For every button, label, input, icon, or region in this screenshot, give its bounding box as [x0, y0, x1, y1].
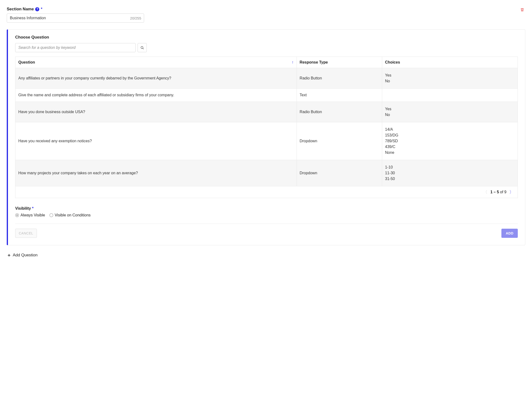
- add-question-link[interactable]: ＋ Add Question: [7, 252, 525, 258]
- question-cell: Have you received any exemption notices?: [15, 122, 297, 160]
- pagination-text: 1 – 5 of 9: [490, 190, 506, 194]
- choose-question-label: Choose Question: [15, 35, 518, 40]
- page-next-icon[interactable]: 〉: [509, 189, 514, 195]
- char-count: 20/255: [130, 16, 141, 20]
- choices-cell: 1-1011-3031-50: [382, 160, 518, 186]
- column-header-choices[interactable]: Choices: [382, 57, 518, 68]
- response-type-cell: Radio Button: [297, 102, 382, 122]
- sort-asc-icon[interactable]: ↑: [292, 60, 294, 65]
- required-star-icon: *: [41, 7, 42, 11]
- question-cell: Give the name and complete address of ea…: [15, 89, 297, 102]
- radio-checked-icon: [15, 213, 19, 217]
- question-panel: Choose Question Question ↑ Response Type…: [7, 29, 525, 245]
- delete-icon[interactable]: [519, 7, 525, 13]
- choices-cell: 14/A153/DG789/SD439/CNone: [382, 122, 518, 160]
- radio-always-visible[interactable]: Always Visible: [15, 213, 45, 217]
- question-cell: How many projects your company takes on …: [15, 160, 297, 186]
- radio-visible-conditions[interactable]: Visible on Conditions: [49, 213, 91, 217]
- table-row[interactable]: Any affiliates or partners in your compa…: [15, 68, 518, 89]
- required-star-icon: *: [32, 206, 33, 210]
- response-type-cell: Dropdown: [297, 160, 382, 186]
- table-row[interactable]: Have you done business outside USA?Radio…: [15, 102, 518, 122]
- question-cell: Any affiliates or partners in your compa…: [15, 68, 297, 89]
- help-icon[interactable]: ?: [35, 7, 39, 11]
- svg-point-0: [141, 46, 143, 48]
- question-cell: Have you done business outside USA?: [15, 102, 297, 122]
- column-header-response[interactable]: Response Type: [297, 57, 382, 68]
- section-name-label: Section Name: [7, 7, 34, 11]
- search-input[interactable]: [15, 43, 136, 52]
- visibility-label: Visibility *: [15, 206, 518, 211]
- response-type-cell: Radio Button: [297, 68, 382, 89]
- plus-icon: ＋: [7, 252, 11, 258]
- svg-line-1: [143, 48, 144, 49]
- choices-cell: YesNo: [382, 102, 518, 122]
- table-row[interactable]: Have you received any exemption notices?…: [15, 122, 518, 160]
- column-header-question[interactable]: Question ↑: [15, 57, 297, 68]
- table-row[interactable]: Give the name and complete address of ea…: [15, 89, 518, 102]
- choices-cell: YesNo: [382, 68, 518, 89]
- response-type-cell: Text: [297, 89, 382, 102]
- radio-unchecked-icon: [49, 213, 53, 217]
- pagination: 〈 1 – 5 of 9 〉: [15, 186, 518, 198]
- response-type-cell: Dropdown: [297, 122, 382, 160]
- cancel-button[interactable]: CANCEL: [15, 229, 37, 238]
- page-prev-icon: 〈: [483, 189, 488, 195]
- table-row[interactable]: How many projects your company takes on …: [15, 160, 518, 186]
- choices-cell: [382, 89, 518, 102]
- section-name-input[interactable]: [7, 13, 144, 23]
- add-button[interactable]: ADD: [501, 229, 518, 238]
- search-button[interactable]: [138, 43, 147, 52]
- questions-table: Question ↑ Response Type Choices Any aff…: [15, 56, 518, 186]
- divider: [15, 224, 518, 224]
